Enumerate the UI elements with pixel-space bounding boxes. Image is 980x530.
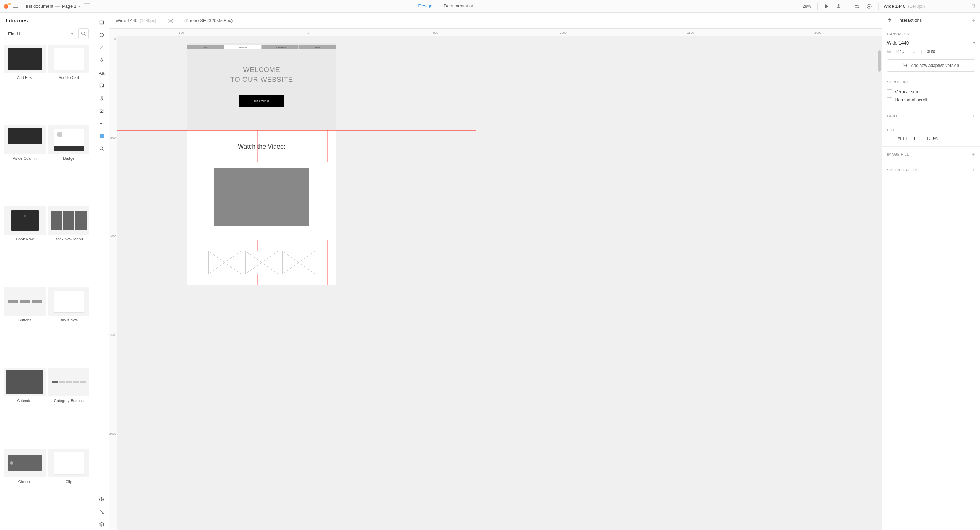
library-item-calendar[interactable]: Calendar [4,368,46,445]
fill-hex-input[interactable]: #FFFFFF [897,136,922,142]
svg-rect-4 [100,21,103,24]
fill-opacity-input[interactable]: 100% [926,136,940,142]
mockup-video-placeholder [214,168,309,227]
svg-point-2 [867,4,871,8]
library-item-category-buttons[interactable]: Category Buttons [48,368,90,445]
image-fill-panel-header[interactable]: IMAGE FILL + [882,146,980,162]
tool-column: Aa {$} [94,13,110,530]
add-interaction-icon[interactable]: + [972,17,975,23]
data-tool-icon[interactable]: {$} [96,494,107,505]
export-icon[interactable] [836,3,842,9]
library-item-aside-column[interactable]: Aside Column [4,125,46,203]
ruler-vertical: 0500100015002000 [110,36,117,530]
guide-horizontal[interactable] [117,157,476,157]
interaction-tool-icon[interactable] [96,105,107,116]
checkmark-circle-icon[interactable] [866,3,872,9]
mockup-hero-subtitle: TO OUR WEBSITE [187,76,336,83]
canvas-size-dropdown[interactable]: Wide 1440 ▾ [887,40,975,49]
guide-horizontal[interactable] [117,130,476,131]
add-page-button[interactable]: + [84,3,90,10]
svg-point-11 [102,123,103,124]
pen-tool-icon[interactable] [96,55,107,66]
play-icon[interactable] [824,3,829,9]
library-item-buy-it-now[interactable]: Buy It Now [48,287,90,365]
vertical-scroll-checkbox[interactable]: Vertical scroll [887,87,975,96]
add-image-fill-icon[interactable]: + [972,151,975,157]
chevron-down-icon[interactable]: ▾ [79,4,80,8]
rectangle-tool-icon[interactable] [96,17,107,28]
more-tools-icon[interactable] [96,118,107,129]
document-breadcrumb[interactable]: First document — Page 1 ▾ [23,3,80,9]
scrolling-label: SCROLLING [887,80,975,84]
image-placeholder-icon [282,251,315,274]
guide-horizontal[interactable] [117,145,476,146]
svg-rect-12 [100,134,103,138]
divider [817,3,818,10]
height-input[interactable]: auto [927,49,941,55]
library-selected: Flat UI [8,31,21,36]
add-specification-icon[interactable]: + [972,167,975,173]
add-grid-icon[interactable]: + [972,113,975,119]
add-adaptive-version-button[interactable]: Add new adaptive version [887,59,975,71]
tab-design[interactable]: Design [418,0,433,12]
search-tool-icon[interactable] [96,143,107,154]
artboard-tab-iphone[interactable]: iPhone SE (320x568px) [182,18,235,23]
artboard-wide-1440[interactable]: Home This is active This is dropdown Las… [187,43,336,285]
text-tool-icon[interactable]: Aa [96,67,107,79]
ellipse-tool-icon[interactable] [96,29,107,41]
library-item-add-to-cart[interactable]: Add To Cart [48,44,90,122]
library-item-badge[interactable]: Badge [48,125,90,203]
mockup-nav: Home This is active This is dropdown Las… [187,45,336,49]
svg-point-9 [100,123,100,124]
interactions-heading: Interactions [898,17,922,23]
artboard-tabs: Wide 1440 (1440px) (∞) iPhone SE (320x56… [110,13,882,29]
trash-icon[interactable] [971,3,977,10]
library-dropdown[interactable]: Flat UI ▾ [5,29,76,39]
library-item-choose[interactable]: Choose [4,449,46,526]
library-item-buttons[interactable]: Buttons [4,287,46,365]
libraries-sidebar: Libraries Flat UI ▾ Add Post Add To Cart… [0,13,94,530]
canvas-scrollbar[interactable] [878,51,881,71]
zoom-level[interactable]: 28% [802,4,811,9]
divider [848,3,848,10]
page-name: Page 1 [62,3,76,9]
tab-documentation[interactable]: Documentation [443,0,475,12]
grid-panel-header[interactable]: GRID + [882,108,980,124]
width-input[interactable]: 1440 [895,49,909,55]
image-placeholder-icon [208,251,241,274]
library-item-add-post[interactable]: Add Post [4,44,46,122]
inspector-panel: Interactions + CANVAS SIZE Wide 1440 ▾ W… [882,13,980,530]
library-item-book-now[interactable]: ✕Book Now [4,206,46,284]
image-tool-icon[interactable] [96,80,107,91]
library-item-clip[interactable]: Clip [48,449,90,526]
component-tool-icon[interactable] [96,92,107,104]
outline-tool-icon[interactable] [96,506,107,517]
svg-point-13 [100,147,103,150]
document-name: First document [23,3,53,9]
svg-rect-8 [100,109,103,113]
settings-sliders-icon[interactable] [854,3,860,9]
line-tool-icon[interactable] [96,42,107,53]
svg-point-3 [82,32,85,35]
specification-panel-header[interactable]: SPECIFICATION + [882,162,980,178]
svg-point-1 [858,7,859,8]
mockup-video-title: Watch the Video: [187,130,336,151]
canvas-size-label: CANVAS SIZE [887,32,975,36]
layers-tool-icon[interactable] [96,519,107,530]
horizontal-scroll-checkbox[interactable]: Horizontal scroll [887,96,975,104]
library-item-book-now-menu[interactable]: Book Now Menu [48,206,90,284]
hamburger-menu-icon[interactable] [12,3,20,9]
artboard-tool-icon[interactable] [96,130,107,141]
swap-dimensions-icon[interactable]: ⇄ [912,50,916,55]
artboard-tab-wide[interactable]: Wide 1440 (1440px) [114,18,159,23]
mockup-image-row [187,240,336,285]
fill-color-swatch[interactable] [887,136,893,142]
canvas[interactable]: -5000500100015002000 0500100015002000 Ho… [110,29,882,530]
fill-label: FILL [887,128,975,132]
library-search-button[interactable] [78,29,89,39]
artboard-tab-infinity[interactable]: (∞) [165,18,176,23]
selected-artboard-name: Wide 1440 [883,3,905,9]
selected-artboard-dim: (1440px) [908,4,924,9]
image-placeholder-icon [245,251,278,274]
devices-icon [903,62,909,69]
